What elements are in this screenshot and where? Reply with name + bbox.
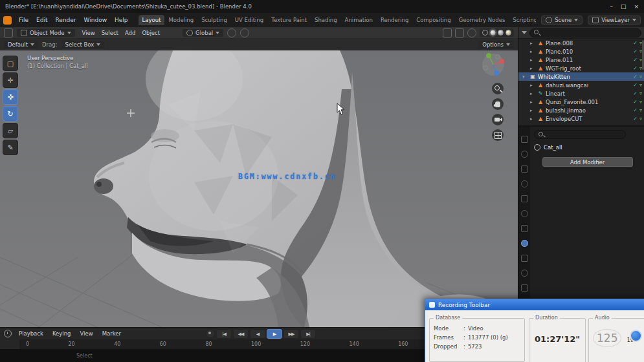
properties-tab[interactable]: [521, 195, 528, 202]
disable-render-toggle[interactable]: [639, 90, 642, 96]
transport-button[interactable]: ▶: [267, 329, 282, 339]
workspace-tab[interactable]: Rendering: [377, 15, 412, 25]
record-button[interactable]: [630, 330, 642, 342]
workspace-tab[interactable]: Layout: [139, 15, 165, 25]
hide-viewport-toggle[interactable]: [633, 82, 638, 88]
disable-render-toggle[interactable]: [639, 116, 642, 122]
viewport-3d[interactable]: Object Mode ViewSelectAddObject Global: [0, 27, 518, 327]
outliner-row[interactable]: ▸ EnvelopeCUT: [518, 114, 644, 123]
viewport-nav-button[interactable]: [492, 114, 504, 125]
viewport-nav-button[interactable]: [492, 98, 504, 110]
expander-icon[interactable]: ▸: [530, 83, 535, 88]
viewport-nav-button[interactable]: [492, 129, 504, 141]
title-bar[interactable]: Blender* [E:\huanh\yandidai\OneDrive\Doc…: [0, 0, 644, 13]
properties-tab[interactable]: [521, 225, 528, 232]
outliner-row[interactable]: ▸ Qunzi_Favorite.001: [518, 98, 644, 106]
hide-viewport-toggle[interactable]: [633, 116, 638, 122]
window-control-button[interactable]: □: [621, 3, 627, 10]
outliner-row[interactable]: ▸ dahuzi.wangcai: [518, 81, 644, 89]
transport-button[interactable]: ◀: [250, 329, 265, 339]
hide-viewport-toggle[interactable]: [633, 40, 638, 46]
workspace-tab[interactable]: Scripting: [509, 15, 536, 25]
properties-tab[interactable]: [521, 136, 528, 143]
expander-icon[interactable]: ▸: [530, 58, 535, 63]
expander-icon[interactable]: ▸: [530, 100, 535, 105]
expander-icon[interactable]: ▸: [530, 108, 535, 113]
tool-preset-dropdown[interactable]: Default: [4, 41, 38, 48]
window-control-button[interactable]: ×: [634, 3, 639, 10]
window-control-button[interactable]: –: [610, 3, 613, 10]
blender-logo-icon[interactable]: [3, 16, 12, 25]
properties-tab[interactable]: [521, 270, 528, 277]
workspace-tab[interactable]: Animation: [341, 15, 377, 25]
disable-render-toggle[interactable]: [639, 99, 642, 105]
outliner-row[interactable]: ▸ Plane.011: [518, 56, 644, 64]
recorder-title-bar[interactable]: Recording Toolbar: [425, 299, 644, 310]
active-object-breadcrumb[interactable]: Cat_all: [534, 144, 641, 151]
hide-viewport-toggle[interactable]: [633, 107, 638, 113]
hide-viewport-toggle[interactable]: [633, 48, 638, 54]
options-dropdown[interactable]: Options: [478, 41, 514, 48]
disable-render-toggle[interactable]: [639, 107, 642, 113]
add-modifier-button[interactable]: Add Modifier: [542, 157, 633, 167]
workspace-tab[interactable]: Compositing: [412, 15, 454, 25]
workspace-tab[interactable]: UV Editing: [231, 15, 267, 25]
menu-item[interactable]: Window: [80, 16, 111, 25]
editor-type-icon[interactable]: [4, 28, 13, 37]
proportional-editing-icon[interactable]: [240, 28, 249, 37]
expander-icon[interactable]: ▸: [530, 49, 535, 54]
hide-viewport-toggle[interactable]: [633, 65, 638, 71]
expander-icon[interactable]: ▸: [530, 66, 535, 71]
workspace-tab[interactable]: Modeling: [164, 15, 197, 25]
solid-shading-icon[interactable]: [490, 30, 496, 36]
properties-tab[interactable]: [521, 151, 528, 158]
workspace-tab[interactable]: Shading: [311, 15, 341, 25]
outliner-row[interactable]: ▸ Plane.010: [518, 47, 644, 56]
outliner-row[interactable]: ▸ Plane.008: [518, 39, 644, 47]
properties-search-input[interactable]: [547, 132, 622, 138]
menu-item[interactable]: Edit: [32, 16, 51, 25]
xray-toggle-icon[interactable]: [467, 28, 476, 37]
properties-tab[interactable]: [521, 180, 528, 187]
drag-action-dropdown[interactable]: Select Box: [61, 41, 105, 48]
wireframe-shading-icon[interactable]: [482, 30, 488, 36]
transport-button[interactable]: ◀◀: [233, 329, 249, 339]
tool-button[interactable]: ▱: [3, 123, 18, 138]
snap-magnet-icon[interactable]: [227, 28, 236, 37]
viewport-menu-item[interactable]: Add: [122, 29, 139, 37]
rendered-shading-icon[interactable]: [505, 30, 511, 36]
properties-tab[interactable]: [521, 240, 528, 247]
hide-viewport-toggle[interactable]: [633, 99, 638, 105]
hide-viewport-toggle[interactable]: [633, 90, 638, 96]
menu-item[interactable]: Help: [111, 16, 132, 25]
expander-icon[interactable]: ▸: [530, 91, 535, 96]
disable-render-toggle[interactable]: [639, 74, 642, 80]
outliner-search-input[interactable]: [542, 30, 638, 36]
outliner-row[interactable]: ▸ WGT-rig_root: [518, 64, 644, 72]
navigation-gizmo[interactable]: [480, 52, 506, 78]
menu-item[interactable]: Render: [52, 16, 80, 25]
material-preview-icon[interactable]: [498, 30, 504, 36]
expander-icon[interactable]: ▸: [530, 41, 535, 46]
tool-button[interactable]: ✎: [3, 140, 18, 155]
expander-icon[interactable]: ▾: [522, 74, 527, 80]
show-overlays-icon[interactable]: [455, 28, 464, 37]
filter-icon[interactable]: [522, 31, 527, 34]
viewport-menu-item[interactable]: View: [79, 29, 98, 37]
properties-tab[interactable]: [521, 284, 528, 292]
outliner-row[interactable]: ▾ WhiteKitten: [518, 72, 644, 81]
timeline-menu-item[interactable]: Keying: [49, 330, 74, 337]
timeline-menu-item[interactable]: Playback: [16, 330, 47, 337]
mode-dropdown[interactable]: Object Mode: [17, 29, 75, 37]
hide-viewport-toggle[interactable]: [633, 57, 638, 63]
properties-search[interactable]: [534, 130, 626, 139]
workspace-tab[interactable]: Geometry Nodes: [455, 15, 509, 25]
properties-tab[interactable]: [521, 210, 528, 217]
transport-button[interactable]: |◀: [216, 329, 232, 339]
workspace-tab[interactable]: Sculpting: [197, 15, 231, 25]
properties-tab[interactable]: [521, 255, 528, 262]
menu-item[interactable]: File: [15, 16, 32, 25]
viewport-nav-button[interactable]: [492, 83, 504, 94]
outliner-search[interactable]: [529, 28, 641, 37]
tool-button[interactable]: ↻: [3, 106, 18, 122]
